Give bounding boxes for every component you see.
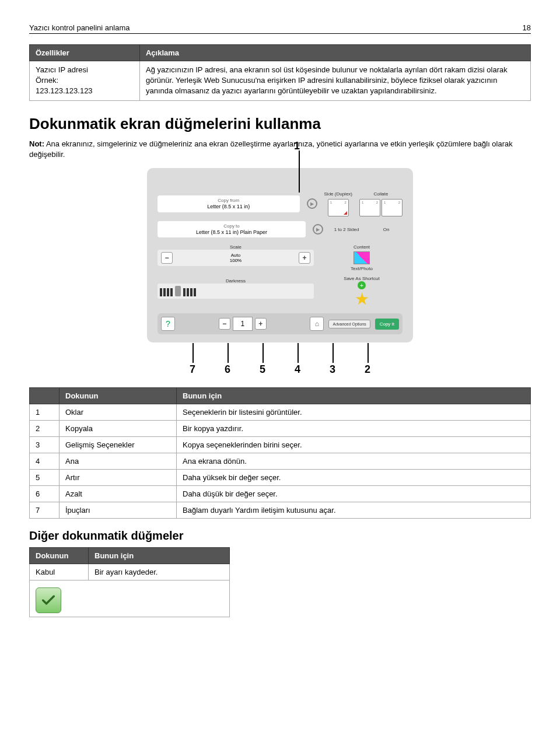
table-row: 2KopyalaBir kopya yazdırır.: [30, 421, 531, 437]
scale-plus-button[interactable]: +: [299, 252, 310, 264]
count-plus-button[interactable]: +: [255, 318, 267, 330]
advanced-options-button[interactable]: Advanced Options: [328, 320, 370, 328]
callout-7: 7: [190, 363, 195, 376]
save-label: Save As Shortcut: [321, 276, 402, 281]
help-button[interactable]: ?: [161, 317, 175, 331]
copy-from-value: Letter (8.5 x 11 in): [162, 204, 295, 210]
copy-to-row: Copy to Letter (8.5 x 11 in) Plain Paper…: [158, 221, 402, 237]
col-description: Açıklama: [139, 45, 530, 61]
copy-to-value: Letter (8.5 x 11 in) Plain Paper: [162, 229, 301, 236]
table-row: 7İpuçlarıBağlam duyarlı Yardım iletişim …: [30, 502, 531, 519]
home-button[interactable]: ⌂: [310, 317, 324, 331]
callout-6: 6: [225, 363, 230, 376]
table-row: 6AzaltDaha düşük bir değer seçer.: [30, 486, 531, 502]
collate-thumb-2[interactable]: [382, 199, 402, 216]
darkness-save-row: Darkness Save As Shortcut + ★: [158, 276, 402, 309]
darkness-col: Darkness: [158, 276, 314, 299]
callout-3: 3: [330, 363, 335, 376]
copy-from-arrow-icon[interactable]: ▶: [307, 198, 317, 209]
save-plus-icon[interactable]: +: [358, 281, 366, 289]
accept-desc: Bir ayarı kaydeder.: [89, 564, 230, 580]
darkness-slider[interactable]: [158, 284, 314, 299]
scale-label: Scale: [158, 244, 314, 250]
callout-1-line: [299, 151, 300, 193]
scale-mode: Auto: [175, 253, 296, 258]
table-row: 3Gelişmiş SeçeneklerKopya seçeneklerinde…: [30, 437, 531, 453]
collate-column: Collate: [359, 191, 402, 216]
side-value-col: 1 to 2 Sided: [330, 227, 363, 232]
copy-from-label: Copy from: [162, 198, 295, 204]
touchscreen-note: Not: Ana ekranınız, simgeleriniz ve düğm…: [29, 139, 531, 160]
actions-h2: Bunun için: [177, 388, 531, 404]
note-body: Ana ekranınız, simgeleriniz ve düğmeleri…: [29, 139, 513, 159]
touchscreen-heading: Dokunmatik ekran düğmelerini kullanma: [29, 115, 531, 133]
callout-4: 4: [295, 363, 300, 376]
panel-figure: 1 Copy from Letter (8.5 x 11 in) ▶ Side …: [29, 168, 531, 376]
copy-to-field[interactable]: Copy to Letter (8.5 x 11 in) Plain Paper: [158, 221, 306, 237]
feature-cell: Yazıcı IP adresi Örnek: 123.123.123.123: [30, 61, 140, 101]
copy-from-row: Copy from Letter (8.5 x 11 in) ▶ Side (D…: [158, 191, 402, 216]
collate-value-col: On: [370, 227, 402, 232]
side-thumb[interactable]: [328, 199, 349, 216]
copy-to-arrow-icon[interactable]: ▶: [313, 224, 323, 235]
table-row: 4AnaAna ekrana dönün.: [30, 453, 531, 470]
scale-col: Scale − Auto 100% +: [158, 242, 314, 266]
actions-h1: Dokunun: [60, 388, 177, 404]
scale-content-row: Scale − Auto 100% + Content Text/Photo: [158, 242, 402, 271]
content-thumb[interactable]: [354, 251, 370, 264]
table-row: [30, 580, 230, 617]
example-label: Örnek:: [36, 76, 58, 85]
header-page: 18: [523, 23, 531, 32]
other-buttons-heading: Diğer dokunmatik düğmeler: [29, 529, 531, 543]
table-row: Kabul Bir ayarı kaydeder.: [30, 564, 230, 580]
count-minus-button[interactable]: −: [219, 318, 230, 330]
table-row: 5ArtırDaha yüksek bir değer seçer.: [30, 470, 531, 486]
bottom-callouts: 7 6 5 4 3 2: [29, 363, 531, 376]
touchscreen-panel: 1 Copy from Letter (8.5 x 11 in) ▶ Side …: [147, 168, 413, 342]
copy-from-field[interactable]: Copy from Letter (8.5 x 11 in): [158, 195, 300, 212]
scale-value: 100%: [175, 258, 296, 263]
content-value: Text/Photo: [321, 266, 402, 271]
side-value: 1 to 2 Sided: [334, 227, 359, 232]
callout-2: 2: [365, 363, 370, 376]
other-h1: Bunun için: [89, 548, 230, 564]
accept-name: Kabul: [30, 564, 89, 580]
scale-readout: Auto 100%: [175, 253, 296, 263]
collate-label: Collate: [374, 191, 388, 197]
count-group: − 1 +: [219, 317, 267, 331]
page-header: Yazıcı kontrol panelini anlama 18: [29, 23, 531, 34]
header-title: Yazıcı kontrol panelini anlama: [29, 23, 130, 32]
accept-icon-cell: [30, 580, 230, 617]
example-value: 123.123.123.123: [36, 86, 93, 95]
scale-box: − Auto 100% +: [158, 250, 314, 266]
features-table: Özellikler Açıklama Yazıcı IP adresi Örn…: [29, 44, 531, 101]
scale-minus-button[interactable]: −: [161, 252, 173, 264]
collate-value: On: [383, 227, 390, 232]
col-features: Özellikler: [30, 45, 140, 61]
copy-it-button[interactable]: Copy It: [375, 319, 399, 330]
actions-table: Dokunun Bunun için 1OklarSeçeneklerin bi…: [29, 387, 531, 519]
accept-check-icon[interactable]: [36, 587, 61, 613]
darkness-label: Darkness: [158, 278, 314, 284]
side-column: Side (Duplex): [324, 191, 352, 216]
content-label: Content: [321, 244, 402, 250]
feature-description: Ağ yazıcınızın IP adresi, ana ekranın so…: [139, 61, 530, 101]
actions-h0: [30, 388, 60, 404]
count-display: 1: [233, 317, 253, 331]
other-h0: Dokunun: [30, 548, 89, 564]
callout-5: 5: [260, 363, 265, 376]
collate-thumb-1[interactable]: [359, 199, 380, 216]
content-col: Content Text/Photo: [321, 242, 402, 271]
copy-to-label: Copy to: [162, 223, 301, 229]
star-icon[interactable]: ★: [321, 289, 402, 309]
bottom-bar: ? − 1 + ⌂ Advanced Options Copy It: [158, 313, 402, 334]
side-label: Side (Duplex): [324, 191, 352, 197]
note-prefix: Not:: [29, 139, 44, 148]
feature-label: Yazıcı IP adresi: [36, 65, 88, 74]
table-row: 1OklarSeçeneklerin bir listesini görüntü…: [30, 404, 531, 421]
save-col: Save As Shortcut + ★: [321, 276, 402, 309]
other-buttons-table: Dokunun Bunun için Kabul Bir ayarı kayde…: [29, 547, 230, 617]
